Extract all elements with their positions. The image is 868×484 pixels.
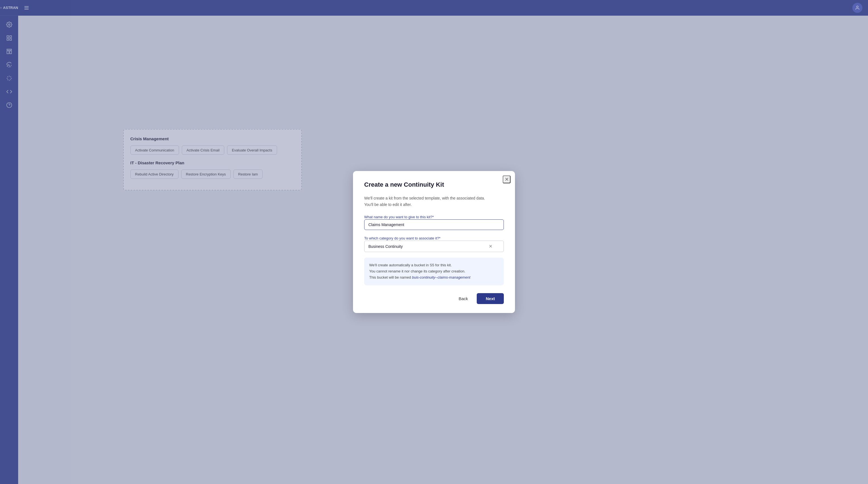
kit-name-input[interactable] — [364, 219, 407, 228]
modal-title: Create a new Continuity Kit — [364, 181, 407, 188]
main-content: Crisis Management Activate Communication… — [18, 16, 407, 228]
create-kit-modal: ✕ Create a new Continuity Kit We'll crea… — [353, 171, 407, 228]
modal-description: We'll create a kit from the selected tem… — [364, 195, 407, 208]
modal-overlay: ✕ Create a new Continuity Kit We'll crea… — [0, 0, 407, 228]
kit-name-label: What name do you want to give to this ki… — [364, 215, 407, 219]
